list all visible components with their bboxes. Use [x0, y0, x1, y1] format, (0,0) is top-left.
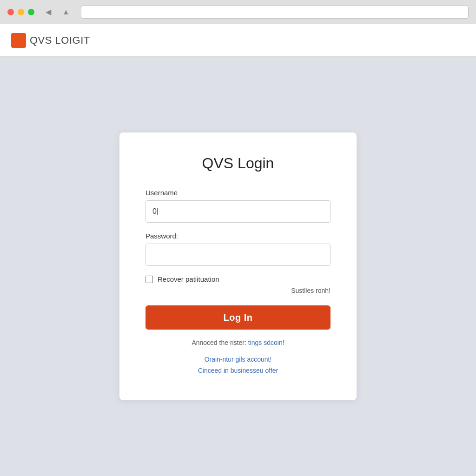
login-button[interactable]: Log In [145, 305, 331, 330]
main-content: QVS Login Username Password: Recover pat… [0, 57, 476, 476]
recover-checkbox[interactable] [145, 276, 153, 283]
checkbox-row: Recover patiituation [145, 275, 331, 283]
close-button[interactable] [7, 9, 14, 15]
register-row: Annoced the rister: tings sdcoin! [145, 339, 331, 346]
username-input[interactable] [145, 200, 331, 223]
app-header: QVS LOIGIT [0, 24, 476, 57]
links-section: Orain-ntur gils account! Cinceed in busi… [145, 356, 331, 374]
logo-suffix: LOIGIT [52, 34, 90, 46]
login-card: QVS Login Username Password: Recover pat… [119, 132, 357, 400]
link-business[interactable]: Cinceed in businesseu offer [145, 367, 331, 374]
login-title: QVS Login [145, 155, 331, 172]
nav-controls: ◀ ▲ [42, 6, 73, 18]
logo-container: QVS LOIGIT [11, 33, 90, 48]
password-label: Password: [145, 232, 331, 240]
browser-chrome: ◀ ▲ [0, 0, 476, 24]
username-group: Username [145, 189, 331, 223]
minimize-button[interactable] [18, 9, 24, 15]
up-button[interactable]: ▲ [59, 6, 73, 18]
register-prefix: Annoced the rister: [192, 339, 248, 346]
address-bar [81, 6, 469, 19]
logo-qvs: QVS [30, 34, 52, 46]
password-input[interactable] [145, 244, 331, 266]
link-account[interactable]: Orain-ntur gils account! [145, 356, 331, 363]
register-link[interactable]: tings sdcoin! [248, 339, 284, 346]
hint-text: Sustlles ronh! [145, 287, 331, 294]
logo-text: QVS LOIGIT [30, 34, 90, 46]
username-label: Username [145, 189, 331, 197]
password-group: Password: [145, 232, 331, 266]
logo-icon [11, 33, 26, 48]
window-controls [7, 9, 34, 15]
checkbox-label: Recover patiituation [158, 275, 219, 283]
maximize-button[interactable] [28, 9, 34, 15]
back-button[interactable]: ◀ [42, 6, 55, 18]
